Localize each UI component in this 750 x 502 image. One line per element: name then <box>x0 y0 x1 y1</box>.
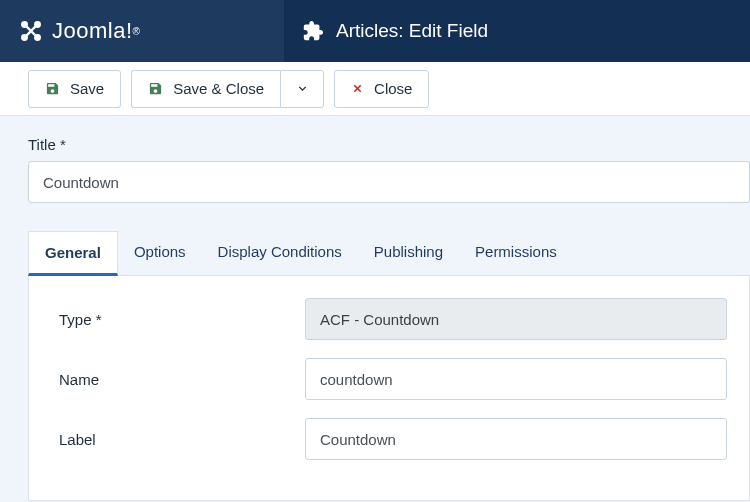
brand-reg: ® <box>133 26 140 37</box>
page-title-area: Articles: Edit Field <box>284 0 750 62</box>
tabs: General Options Display Conditions Publi… <box>28 231 750 276</box>
brand-text: Joomla! <box>52 18 133 44</box>
save-icon <box>148 81 163 96</box>
title-label: Title * <box>28 136 750 153</box>
toolbar: Save Save & Close Close <box>0 62 750 116</box>
tab-permissions[interactable]: Permissions <box>459 231 573 275</box>
save-close-label: Save & Close <box>173 80 264 97</box>
save-close-button[interactable]: Save & Close <box>131 70 280 108</box>
type-field[interactable] <box>305 298 727 340</box>
title-input[interactable] <box>28 161 750 203</box>
tab-publishing[interactable]: Publishing <box>358 231 459 275</box>
close-button[interactable]: Close <box>334 70 429 108</box>
brand[interactable]: Joomla!® <box>0 0 284 62</box>
close-label: Close <box>374 80 412 97</box>
puzzle-icon <box>302 20 324 42</box>
save-dropdown-button[interactable] <box>280 70 324 108</box>
close-icon <box>351 82 364 95</box>
joomla-logo-icon <box>18 18 44 44</box>
label-field[interactable] <box>305 418 727 460</box>
name-label: Name <box>59 371 305 388</box>
page-title: Articles: Edit Field <box>336 20 488 42</box>
save-button[interactable]: Save <box>28 70 121 108</box>
tab-options[interactable]: Options <box>118 231 202 275</box>
save-label: Save <box>70 80 104 97</box>
tab-content-general: Type * Name Label <box>28 276 750 501</box>
save-icon <box>45 81 60 96</box>
label-label: Label <box>59 431 305 448</box>
tab-display-conditions[interactable]: Display Conditions <box>202 231 358 275</box>
name-field[interactable] <box>305 358 727 400</box>
tab-general[interactable]: General <box>28 231 118 276</box>
save-close-group: Save & Close <box>131 70 324 108</box>
chevron-down-icon <box>296 82 309 95</box>
type-label: Type * <box>59 311 305 328</box>
